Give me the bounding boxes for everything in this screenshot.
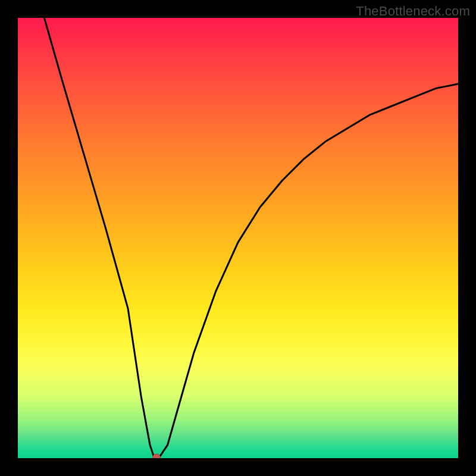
plot-area: [18, 18, 458, 458]
chart-frame: TheBottleneck.com: [0, 0, 476, 476]
curve-svg: [18, 18, 458, 458]
bottleneck-curve-path: [44, 18, 458, 458]
watermark-text: TheBottleneck.com: [356, 4, 470, 19]
